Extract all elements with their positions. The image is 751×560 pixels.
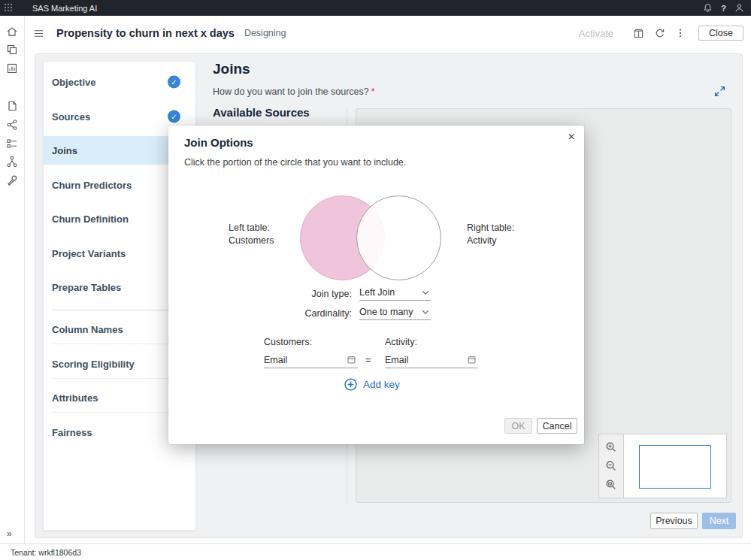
dialog-title: Join Options [184,136,253,149]
status-bar: Tenant: wrkfl1806d3 [0,543,751,560]
tenant-label: Tenant: wrkfl1806d3 [11,548,81,557]
screen: SAS Marketing AI ? Propensity to churn i… [0,0,751,560]
zoom-controls [599,434,624,498]
chevron-down-icon [422,310,429,315]
workflow-status: Designing [244,28,286,38]
dialog-instruction: Click the portion of the circle that you… [184,157,406,168]
maximize-icon[interactable] [713,85,727,98]
next-button[interactable]: Next [702,513,736,529]
right-key-label: Activity: [385,337,417,347]
minimap[interactable] [624,434,726,498]
cardinality-select[interactable]: One to many [359,304,431,320]
join-question: How do you want to join the sources?* [213,86,375,97]
minimap-viewport[interactable] [639,445,711,489]
reports-icon[interactable] [6,62,18,74]
add-key-button[interactable]: Add key [344,378,400,391]
toggle-navigation-icon[interactable] [33,28,44,39]
app-switcher-icon[interactable] [5,4,13,12]
app-bar-actions: ? [703,3,744,13]
plus-circle-icon [344,378,357,391]
help-icon[interactable]: ? [721,4,726,13]
canvas-map-controls [598,434,727,498]
join-options-dialog: ✕ Join Options Click the portion of the … [168,126,584,444]
page-title: Joins [213,61,250,77]
activate-button[interactable]: Activate [579,28,613,39]
right-table-value: Activity [467,235,514,247]
cancel-button[interactable]: Cancel [537,418,577,434]
cardinality-label: Cardinality: [269,308,352,319]
left-table-info: Left table: Customers [229,222,274,247]
zoom-fit-icon[interactable] [605,479,617,491]
refresh-icon[interactable] [654,28,665,39]
left-key-field[interactable]: Email [264,352,358,368]
chevron-down-icon [422,290,429,295]
available-sources-title: Available Sources [213,106,310,119]
venn-right-circle[interactable] [356,195,441,280]
left-icon-rail: » [0,16,25,543]
app-bar: SAS Marketing AI ? [0,0,751,16]
equals-sign: = [365,354,371,365]
project-title: Propensity to churn in next x days [56,27,235,39]
projects-icon[interactable] [6,44,18,56]
share-icon[interactable] [6,119,18,131]
join-type-select[interactable]: Left Join [359,285,431,301]
user-avatar-icon[interactable] [734,3,744,13]
check-icon: ✓ [168,76,180,89]
zoom-out-icon[interactable] [605,460,617,472]
expand-rail-icon[interactable]: » [7,528,11,539]
ok-button[interactable]: OK [504,418,532,434]
right-key-field[interactable]: Email [385,352,478,368]
picker-icon[interactable] [347,355,356,365]
picker-icon[interactable] [467,355,477,365]
notifications-bell-icon[interactable] [703,3,713,13]
zoom-in-icon[interactable] [605,441,617,453]
left-table-label: Left table: [229,222,274,235]
right-table-info: Right table: Activity [467,222,514,247]
app-title: SAS Marketing AI [32,4,97,13]
project-toolbar: Propensity to churn in next x days Desig… [25,16,751,50]
join-type-label: Join type: [269,289,352,299]
check-icon: ✓ [168,110,180,123]
package-icon[interactable] [633,28,644,39]
previous-button[interactable]: Previous [650,513,698,529]
workflow-icon[interactable] [6,156,18,168]
dialog-close-icon[interactable]: ✕ [565,129,577,144]
documents-icon[interactable] [6,100,18,112]
step-objective[interactable]: Objective ✓ [44,68,195,96]
required-marker: * [371,86,375,97]
pipelines-icon[interactable] [6,138,18,150]
more-options-icon[interactable] [675,28,686,38]
toolbar-actions: Activate Close [579,26,743,41]
home-icon[interactable] [6,26,18,38]
right-table-label: Right table: [467,222,514,235]
left-table-value: Customers [229,235,274,247]
left-key-label: Customers: [264,337,312,347]
close-button[interactable]: Close [698,26,743,41]
tools-icon[interactable] [6,174,18,186]
